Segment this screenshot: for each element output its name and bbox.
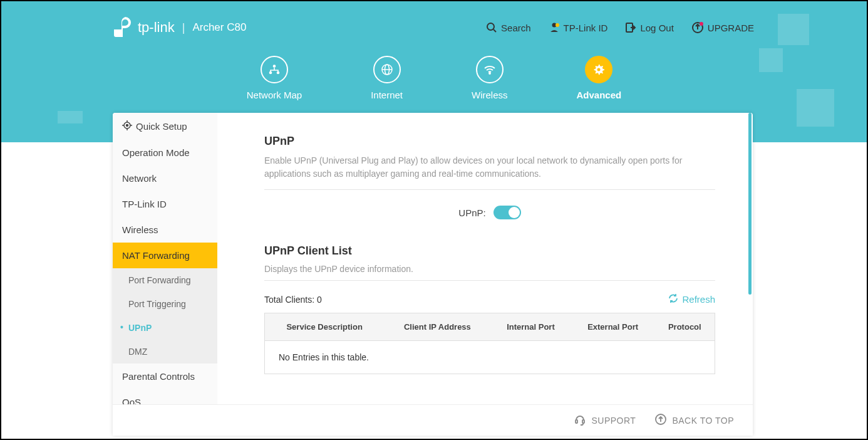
- upnp-section-title: UPnP: [264, 135, 715, 148]
- tab-internet[interactable]: Internet: [371, 56, 403, 100]
- active-tab-caret: [591, 114, 607, 123]
- globe-icon: [373, 56, 401, 83]
- sidebar-network[interactable]: Network: [113, 165, 217, 191]
- search-icon: [486, 22, 497, 33]
- tab-advanced-label: Advanced: [577, 90, 622, 100]
- gear-icon: [585, 56, 612, 83]
- svg-point-14: [597, 68, 601, 71]
- upnp-toggle[interactable]: [493, 206, 521, 219]
- tab-internet-label: Internet: [371, 90, 403, 100]
- target-icon: [122, 120, 132, 132]
- sidebar-wireless[interactable]: Wireless: [113, 217, 217, 243]
- sidebar-quick-setup-label: Quick Setup: [136, 121, 187, 132]
- brand-text: tp-link: [138, 19, 175, 36]
- svg-point-0: [487, 23, 494, 30]
- refresh-button[interactable]: Refresh: [668, 293, 715, 305]
- upnp-toggle-label: UPnP:: [458, 207, 485, 218]
- sidebar-tplink-id[interactable]: TP-Link ID: [113, 191, 217, 217]
- upgrade-label: UPGRADE: [708, 23, 754, 33]
- svg-point-16: [127, 125, 128, 127]
- support-label: SUPPORT: [591, 416, 636, 426]
- col-service-description: Service Description: [265, 313, 385, 341]
- network-map-icon: [261, 56, 288, 83]
- sidebar-parental-controls[interactable]: Parental Controls: [113, 364, 217, 389]
- sidebar-dmz[interactable]: DMZ: [113, 340, 217, 364]
- tp-link-logo-icon: [114, 17, 133, 38]
- content-area: UPnP Enable UPnP (Universal Plug and Pla…: [217, 113, 753, 436]
- refresh-icon: [668, 293, 678, 305]
- sidebar: Quick Setup Operation Mode Network TP-Li…: [113, 113, 217, 436]
- upnp-toggle-row: UPnP:: [264, 206, 715, 219]
- logout-label: Log Out: [640, 23, 673, 33]
- main-panel: Quick Setup Operation Mode Network TP-Li…: [113, 113, 753, 436]
- logout-icon: [625, 22, 636, 33]
- model-name: Archer C80: [192, 21, 246, 34]
- svg-point-7: [273, 65, 276, 68]
- svg-rect-21: [576, 420, 577, 423]
- svg-point-13: [489, 73, 490, 74]
- main-nav: Network Map Internet Wireless Advanced: [1, 56, 867, 100]
- col-internal-port: Internal Port: [490, 313, 571, 341]
- upgrade-button[interactable]: UPGRADE: [691, 21, 754, 34]
- tab-network-map-label: Network Map: [247, 90, 302, 100]
- tab-wireless[interactable]: Wireless: [472, 56, 508, 100]
- sidebar-upnp[interactable]: UPnP: [113, 316, 217, 340]
- refresh-label: Refresh: [682, 294, 715, 305]
- svg-line-1: [493, 29, 496, 32]
- search-button[interactable]: Search: [486, 22, 531, 33]
- client-list-title: UPnP Client List: [264, 244, 715, 258]
- upnp-section-desc: Enable UPnP (Universal Plug and Play) to…: [264, 154, 715, 190]
- tab-network-map[interactable]: Network Map: [247, 56, 302, 100]
- svg-point-6: [700, 22, 703, 26]
- svg-rect-22: [582, 420, 584, 423]
- logout-button[interactable]: Log Out: [625, 22, 673, 33]
- toggle-knob: [509, 207, 520, 218]
- search-label: Search: [501, 23, 531, 33]
- back-to-top-label: BACK TO TOP: [672, 416, 734, 426]
- upgrade-icon: [691, 21, 704, 34]
- user-icon: [549, 22, 560, 33]
- col-external-port: External Port: [571, 313, 655, 341]
- sidebar-nat-submenu: Port Forwarding Port Triggering UPnP DMZ: [113, 268, 217, 364]
- total-clients-text: Total Clients: 0: [264, 295, 322, 305]
- arrow-up-icon: [654, 413, 667, 427]
- sidebar-port-triggering[interactable]: Port Triggering: [113, 292, 217, 316]
- back-to-top-button[interactable]: BACK TO TOP: [654, 413, 734, 427]
- sidebar-quick-setup[interactable]: Quick Setup: [113, 113, 217, 140]
- footer-bar: SUPPORT BACK TO TOP: [113, 404, 753, 436]
- wifi-icon: [476, 56, 504, 83]
- col-protocol: Protocol: [655, 313, 715, 341]
- scrollbar[interactable]: [748, 113, 752, 295]
- headset-icon: [574, 413, 586, 427]
- divider: |: [182, 21, 185, 34]
- client-table: Service Description Client IP Address In…: [264, 313, 715, 374]
- svg-point-3: [555, 23, 559, 27]
- support-button[interactable]: SUPPORT: [574, 413, 636, 427]
- logo: tp-link: [114, 17, 175, 38]
- tab-advanced[interactable]: Advanced: [577, 56, 622, 100]
- table-row-empty: No Entries in this table.: [265, 341, 715, 374]
- tplink-id-button[interactable]: TP-Link ID: [549, 22, 608, 33]
- col-client-ip: Client IP Address: [384, 313, 490, 341]
- client-list-desc: Displays the UPnP device information.: [264, 264, 715, 281]
- tplink-id-label: TP-Link ID: [564, 23, 608, 33]
- empty-message: No Entries in this table.: [265, 341, 715, 374]
- sidebar-nat-forwarding[interactable]: NAT Forwarding: [113, 243, 217, 268]
- sidebar-operation-mode[interactable]: Operation Mode: [113, 140, 217, 165]
- tab-wireless-label: Wireless: [472, 90, 508, 100]
- sidebar-port-forwarding[interactable]: Port Forwarding: [113, 268, 217, 292]
